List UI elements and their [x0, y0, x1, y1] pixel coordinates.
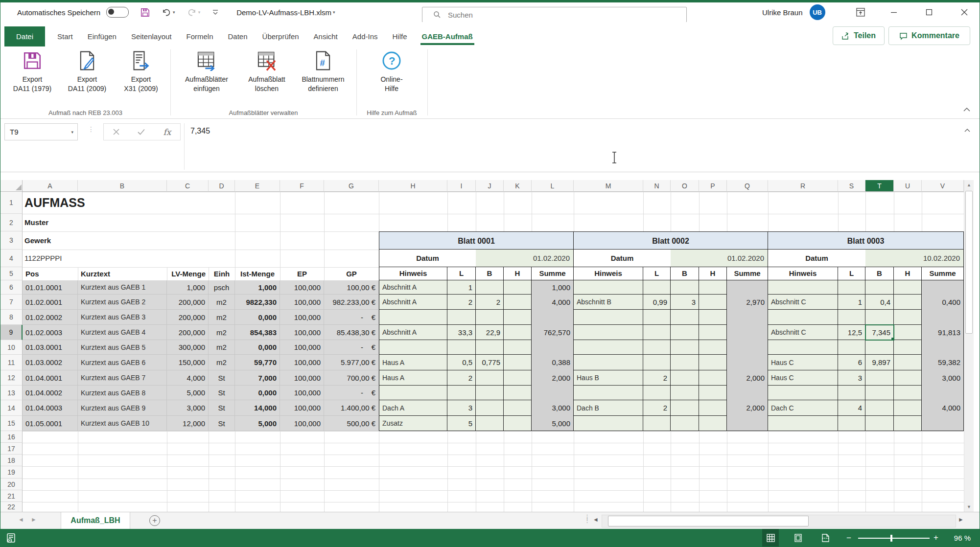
cell-K13[interactable] [504, 386, 532, 400]
cell-A15[interactable]: 01.05.0001 [23, 416, 78, 431]
avatar[interactable]: UB [810, 4, 825, 20]
prev-sheet-icon[interactable]: ◄ [18, 516, 24, 523]
cell-O10[interactable] [671, 340, 699, 355]
cell-J12[interactable] [476, 370, 504, 386]
cell-H14[interactable]: Dach A [379, 400, 447, 416]
cell-V15[interactable] [922, 416, 964, 431]
aufmassblatt-loeschen-button[interactable]: Aufmaßblattlöschen [239, 50, 294, 93]
document-title[interactable]: Demo-LV-Aufmass-LBH.xlsm [236, 8, 331, 17]
col-header-F[interactable]: F [280, 180, 324, 192]
cell-E12[interactable]: 7,000 [235, 370, 280, 386]
cell-R7[interactable]: Abschnitt C [768, 295, 838, 310]
cell-T10[interactable] [865, 340, 894, 355]
export-da11-2009-button[interactable]: ExportDA11 (2009) [60, 50, 114, 93]
row-header-13[interactable]: 13 [0, 386, 23, 400]
cell-F15[interactable]: 100,000 [280, 416, 324, 431]
cell-J11[interactable]: 0,775 [476, 355, 504, 370]
cell-P15[interactable] [699, 416, 727, 431]
tab-datei[interactable]: Datei [4, 26, 45, 46]
cell-R9[interactable]: Abschnitt C [768, 325, 838, 340]
row-header-22[interactable]: 22 [0, 502, 23, 512]
account-area[interactable]: Ulrike Braun UB [762, 2, 825, 22]
cell-L15[interactable]: 5,000 [532, 416, 574, 431]
row-header-9[interactable]: 9 [0, 325, 23, 340]
cell-V12[interactable]: 3,000 [922, 370, 964, 386]
col-header-D[interactable]: D [209, 180, 235, 192]
cell-D10[interactable]: m2 [209, 340, 235, 355]
cell-P13[interactable] [699, 386, 727, 400]
cell-T11[interactable]: 9,897 [865, 355, 894, 370]
cell-O15[interactable] [671, 416, 699, 431]
blattnummern-definieren-button[interactable]: # Blattnummerndefinieren [294, 50, 352, 93]
cell-U15[interactable] [894, 416, 922, 431]
cell-O8[interactable] [671, 310, 699, 325]
cell-O14[interactable] [671, 400, 699, 416]
cell-U10[interactable] [894, 340, 922, 355]
tab-hilfe[interactable]: Hilfe [385, 26, 415, 46]
cell-E6[interactable]: 1,000 [235, 280, 280, 295]
cell-B10[interactable]: Kurztext aus GAEB 5 [78, 340, 167, 355]
tab-ansicht[interactable]: Ansicht [306, 26, 345, 46]
undo-button[interactable]: ▾ [162, 8, 175, 17]
cell-D14[interactable]: St [209, 400, 235, 416]
cell-M7[interactable]: Abschnitt B [574, 295, 643, 310]
cell-K10[interactable] [504, 340, 532, 355]
scroll-down-icon[interactable]: ▼ [964, 502, 974, 512]
cell-D9[interactable]: m2 [209, 325, 235, 340]
col-header-B[interactable]: B [78, 180, 167, 192]
cell-F10[interactable]: 100,000 [280, 340, 324, 355]
cell-S8[interactable] [838, 310, 865, 325]
cell-J6[interactable] [476, 280, 504, 295]
cell-G11[interactable]: 5.977,00 € [324, 355, 379, 370]
cell-V14[interactable]: 4,000 [922, 400, 964, 416]
row-header-21[interactable]: 21 [0, 490, 23, 502]
cell-T13[interactable] [865, 386, 894, 400]
cell-V7[interactable]: 0,400 [922, 295, 964, 310]
cell-S11[interactable]: 6 [838, 355, 865, 370]
cell-S15[interactable] [838, 416, 865, 431]
row-header-10[interactable]: 10 [0, 340, 23, 355]
row-header-19[interactable]: 19 [0, 466, 23, 479]
zoom-out-button[interactable]: − [846, 533, 851, 543]
cell-E8[interactable]: 0,000 [235, 310, 280, 325]
cell-Q14[interactable]: 2,000 [727, 400, 768, 416]
cell-E7[interactable]: 9822,330 [235, 295, 280, 310]
col-header-O[interactable]: O [671, 180, 699, 192]
cell-N13[interactable] [643, 386, 671, 400]
cell-F14[interactable]: 100,000 [280, 400, 324, 416]
cell-D5[interactable]: Einh [209, 267, 235, 280]
cell-U8[interactable] [894, 310, 922, 325]
cell-L9[interactable]: 762,570 [532, 325, 574, 340]
row-header-2[interactable]: 2 [0, 214, 23, 231]
cell-F12[interactable]: 100,000 [280, 370, 324, 386]
cell-B11[interactable]: Kurztext aus GAEB 6 [78, 355, 167, 370]
cell-K8[interactable] [504, 310, 532, 325]
cell-R8[interactable] [768, 310, 838, 325]
col-header-L[interactable]: L [532, 180, 574, 192]
cell-F11[interactable]: 100,000 [280, 355, 324, 370]
cell-C6[interactable]: 1,000 [167, 280, 209, 295]
drag-handle-dots[interactable]: ⋮ [88, 125, 94, 133]
cell-O11[interactable] [671, 355, 699, 370]
horizontal-scrollbar[interactable] [602, 515, 956, 527]
cell-H8[interactable] [379, 310, 447, 325]
record-macro-icon[interactable] [6, 533, 17, 544]
cell-G9[interactable]: 85.438,30 € [324, 325, 379, 340]
cell-A9[interactable]: 01.02.0003 [23, 325, 78, 340]
cell-A7[interactable]: 01.02.0001 [23, 295, 78, 310]
cell-G6[interactable]: 100,00 € [324, 280, 379, 295]
name-box[interactable]: T9 ▾ [4, 123, 78, 140]
cell-J13[interactable] [476, 386, 504, 400]
cell-I8[interactable] [447, 310, 476, 325]
cell-D13[interactable]: St [209, 386, 235, 400]
cell-T12[interactable] [865, 370, 894, 386]
cell-H13[interactable] [379, 386, 447, 400]
row-header-18[interactable]: 18 [0, 455, 23, 466]
cell-P14[interactable] [699, 400, 727, 416]
tab-splitter-dots[interactable]: ⋮⋮ [584, 515, 590, 522]
cell-S12[interactable]: 3 [838, 370, 865, 386]
cell-E9[interactable]: 854,383 [235, 325, 280, 340]
cell-Q9[interactable] [727, 325, 768, 340]
tab-addins[interactable]: Add-Ins [345, 26, 385, 46]
col-header-M[interactable]: M [574, 180, 643, 192]
